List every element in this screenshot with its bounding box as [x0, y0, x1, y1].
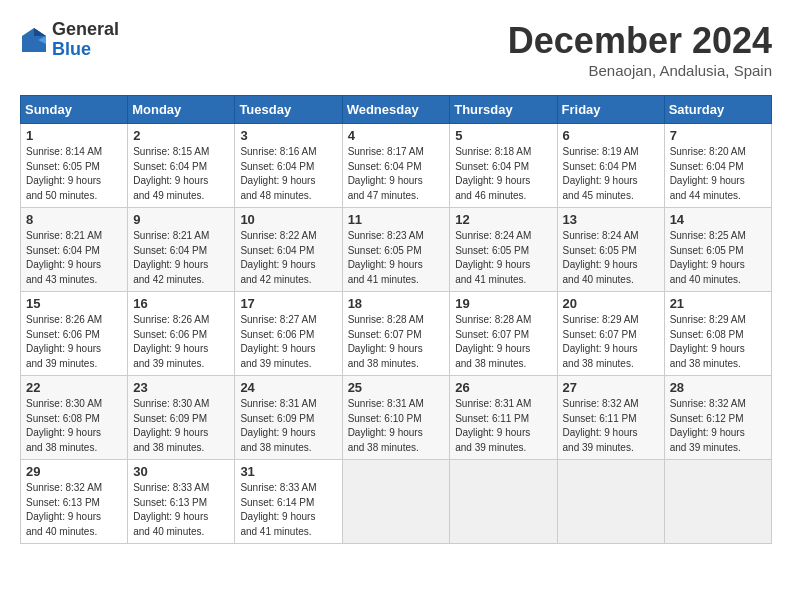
day-number: 14	[670, 212, 766, 227]
logo: General Blue	[20, 20, 119, 60]
cell-info: Sunrise: 8:25 AM Sunset: 6:05 PM Dayligh…	[670, 229, 766, 287]
day-number: 6	[563, 128, 659, 143]
calendar-cell: 14Sunrise: 8:25 AM Sunset: 6:05 PM Dayli…	[664, 208, 771, 292]
header-cell-sunday: Sunday	[21, 96, 128, 124]
day-number: 13	[563, 212, 659, 227]
cell-info: Sunrise: 8:16 AM Sunset: 6:04 PM Dayligh…	[240, 145, 336, 203]
calendar-cell: 17Sunrise: 8:27 AM Sunset: 6:06 PM Dayli…	[235, 292, 342, 376]
day-number: 1	[26, 128, 122, 143]
cell-info: Sunrise: 8:21 AM Sunset: 6:04 PM Dayligh…	[26, 229, 122, 287]
calendar-row: 22Sunrise: 8:30 AM Sunset: 6:08 PM Dayli…	[21, 376, 772, 460]
header-cell-monday: Monday	[128, 96, 235, 124]
cell-info: Sunrise: 8:28 AM Sunset: 6:07 PM Dayligh…	[348, 313, 445, 371]
calendar-cell	[557, 460, 664, 544]
calendar-cell: 8Sunrise: 8:21 AM Sunset: 6:04 PM Daylig…	[21, 208, 128, 292]
cell-info: Sunrise: 8:29 AM Sunset: 6:08 PM Dayligh…	[670, 313, 766, 371]
day-number: 19	[455, 296, 551, 311]
day-number: 12	[455, 212, 551, 227]
location-text: Benaojan, Andalusia, Spain	[508, 62, 772, 79]
cell-info: Sunrise: 8:20 AM Sunset: 6:04 PM Dayligh…	[670, 145, 766, 203]
day-number: 29	[26, 464, 122, 479]
cell-info: Sunrise: 8:24 AM Sunset: 6:05 PM Dayligh…	[455, 229, 551, 287]
cell-info: Sunrise: 8:15 AM Sunset: 6:04 PM Dayligh…	[133, 145, 229, 203]
calendar-cell: 30Sunrise: 8:33 AM Sunset: 6:13 PM Dayli…	[128, 460, 235, 544]
cell-info: Sunrise: 8:17 AM Sunset: 6:04 PM Dayligh…	[348, 145, 445, 203]
cell-info: Sunrise: 8:26 AM Sunset: 6:06 PM Dayligh…	[26, 313, 122, 371]
title-block: December 2024 Benaojan, Andalusia, Spain	[508, 20, 772, 79]
day-number: 26	[455, 380, 551, 395]
header-cell-saturday: Saturday	[664, 96, 771, 124]
calendar-cell: 24Sunrise: 8:31 AM Sunset: 6:09 PM Dayli…	[235, 376, 342, 460]
logo-text: General Blue	[52, 20, 119, 60]
calendar-cell	[664, 460, 771, 544]
day-number: 3	[240, 128, 336, 143]
day-number: 31	[240, 464, 336, 479]
cell-info: Sunrise: 8:32 AM Sunset: 6:11 PM Dayligh…	[563, 397, 659, 455]
calendar-cell: 4Sunrise: 8:17 AM Sunset: 6:04 PM Daylig…	[342, 124, 450, 208]
calendar-cell: 10Sunrise: 8:22 AM Sunset: 6:04 PM Dayli…	[235, 208, 342, 292]
day-number: 23	[133, 380, 229, 395]
day-number: 9	[133, 212, 229, 227]
calendar-cell: 21Sunrise: 8:29 AM Sunset: 6:08 PM Dayli…	[664, 292, 771, 376]
cell-info: Sunrise: 8:18 AM Sunset: 6:04 PM Dayligh…	[455, 145, 551, 203]
calendar-cell: 5Sunrise: 8:18 AM Sunset: 6:04 PM Daylig…	[450, 124, 557, 208]
calendar-cell: 1Sunrise: 8:14 AM Sunset: 6:05 PM Daylig…	[21, 124, 128, 208]
cell-info: Sunrise: 8:31 AM Sunset: 6:11 PM Dayligh…	[455, 397, 551, 455]
calendar-cell: 20Sunrise: 8:29 AM Sunset: 6:07 PM Dayli…	[557, 292, 664, 376]
page-header: General Blue December 2024 Benaojan, And…	[20, 20, 772, 79]
logo-icon	[20, 26, 48, 54]
calendar-cell: 18Sunrise: 8:28 AM Sunset: 6:07 PM Dayli…	[342, 292, 450, 376]
day-number: 28	[670, 380, 766, 395]
header-cell-friday: Friday	[557, 96, 664, 124]
calendar-cell	[450, 460, 557, 544]
day-number: 17	[240, 296, 336, 311]
day-number: 30	[133, 464, 229, 479]
cell-info: Sunrise: 8:19 AM Sunset: 6:04 PM Dayligh…	[563, 145, 659, 203]
day-number: 22	[26, 380, 122, 395]
calendar-cell: 11Sunrise: 8:23 AM Sunset: 6:05 PM Dayli…	[342, 208, 450, 292]
logo-blue-text: Blue	[52, 39, 91, 59]
calendar-cell: 15Sunrise: 8:26 AM Sunset: 6:06 PM Dayli…	[21, 292, 128, 376]
calendar-cell: 19Sunrise: 8:28 AM Sunset: 6:07 PM Dayli…	[450, 292, 557, 376]
day-number: 16	[133, 296, 229, 311]
day-number: 21	[670, 296, 766, 311]
day-number: 25	[348, 380, 445, 395]
calendar-body: 1Sunrise: 8:14 AM Sunset: 6:05 PM Daylig…	[21, 124, 772, 544]
logo-general-text: General	[52, 19, 119, 39]
calendar-cell: 23Sunrise: 8:30 AM Sunset: 6:09 PM Dayli…	[128, 376, 235, 460]
calendar-cell: 22Sunrise: 8:30 AM Sunset: 6:08 PM Dayli…	[21, 376, 128, 460]
day-number: 18	[348, 296, 445, 311]
calendar-row: 1Sunrise: 8:14 AM Sunset: 6:05 PM Daylig…	[21, 124, 772, 208]
calendar-cell: 12Sunrise: 8:24 AM Sunset: 6:05 PM Dayli…	[450, 208, 557, 292]
cell-info: Sunrise: 8:21 AM Sunset: 6:04 PM Dayligh…	[133, 229, 229, 287]
calendar-cell: 2Sunrise: 8:15 AM Sunset: 6:04 PM Daylig…	[128, 124, 235, 208]
calendar-table: SundayMondayTuesdayWednesdayThursdayFrid…	[20, 95, 772, 544]
day-number: 24	[240, 380, 336, 395]
calendar-row: 29Sunrise: 8:32 AM Sunset: 6:13 PM Dayli…	[21, 460, 772, 544]
calendar-row: 15Sunrise: 8:26 AM Sunset: 6:06 PM Dayli…	[21, 292, 772, 376]
calendar-cell: 13Sunrise: 8:24 AM Sunset: 6:05 PM Dayli…	[557, 208, 664, 292]
cell-info: Sunrise: 8:28 AM Sunset: 6:07 PM Dayligh…	[455, 313, 551, 371]
calendar-header: SundayMondayTuesdayWednesdayThursdayFrid…	[21, 96, 772, 124]
cell-info: Sunrise: 8:32 AM Sunset: 6:13 PM Dayligh…	[26, 481, 122, 539]
calendar-cell: 7Sunrise: 8:20 AM Sunset: 6:04 PM Daylig…	[664, 124, 771, 208]
month-title: December 2024	[508, 20, 772, 62]
header-cell-wednesday: Wednesday	[342, 96, 450, 124]
calendar-cell: 16Sunrise: 8:26 AM Sunset: 6:06 PM Dayli…	[128, 292, 235, 376]
cell-info: Sunrise: 8:29 AM Sunset: 6:07 PM Dayligh…	[563, 313, 659, 371]
day-number: 4	[348, 128, 445, 143]
day-number: 8	[26, 212, 122, 227]
cell-info: Sunrise: 8:22 AM Sunset: 6:04 PM Dayligh…	[240, 229, 336, 287]
header-cell-tuesday: Tuesday	[235, 96, 342, 124]
calendar-cell: 29Sunrise: 8:32 AM Sunset: 6:13 PM Dayli…	[21, 460, 128, 544]
cell-info: Sunrise: 8:33 AM Sunset: 6:13 PM Dayligh…	[133, 481, 229, 539]
day-number: 2	[133, 128, 229, 143]
calendar-cell	[342, 460, 450, 544]
calendar-cell: 26Sunrise: 8:31 AM Sunset: 6:11 PM Dayli…	[450, 376, 557, 460]
calendar-cell: 3Sunrise: 8:16 AM Sunset: 6:04 PM Daylig…	[235, 124, 342, 208]
cell-info: Sunrise: 8:27 AM Sunset: 6:06 PM Dayligh…	[240, 313, 336, 371]
cell-info: Sunrise: 8:32 AM Sunset: 6:12 PM Dayligh…	[670, 397, 766, 455]
day-number: 10	[240, 212, 336, 227]
calendar-cell: 25Sunrise: 8:31 AM Sunset: 6:10 PM Dayli…	[342, 376, 450, 460]
cell-info: Sunrise: 8:31 AM Sunset: 6:10 PM Dayligh…	[348, 397, 445, 455]
